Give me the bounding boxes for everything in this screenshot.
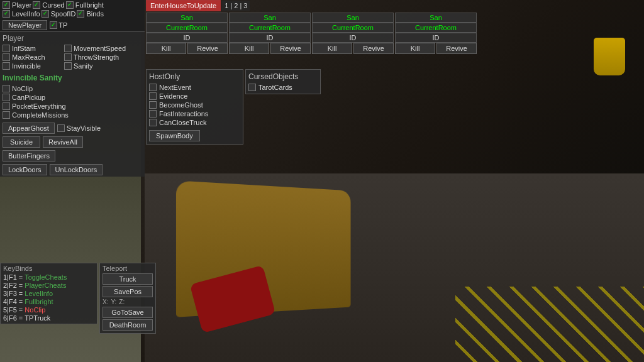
player-col-1: San CurrentRoom ID Kill Revive [146,13,228,54]
players-panel: EnterHouseToUpdate 1 | 2 | 3 San Current… [146,0,477,54]
player-id-2: ID [229,33,311,43]
revive-all-button[interactable]: ReviveAll [43,136,83,148]
player-room-3: CurrentRoom [312,23,394,33]
throwstrength-checkbox[interactable] [64,53,72,61]
binds-checkbox[interactable] [77,10,84,18]
pocketeverything-checkbox[interactable] [3,102,10,110]
fullbright-checkbox-item: Fullbright [66,1,104,9]
tp-checkbox[interactable] [50,21,57,29]
spoofid-label: SpoofID [51,10,76,18]
maxreach-option: MaxReach [3,53,59,61]
options-row-3: Invincible Sanity [3,62,142,70]
stayvisible-label: StayVisible [67,124,101,132]
evidence-checkbox[interactable] [149,92,157,100]
evidence-option: Evidence [149,92,240,100]
invincible-sanity-status: Invincible Sanity [0,72,145,84]
player-name-2: San [229,13,311,23]
left-panel: Player Cursed Fullbright LevelInfo Spoof… [0,0,145,177]
player-id-3: ID [312,33,394,43]
tarotcards-checkbox[interactable] [248,84,256,91]
revive-button-2[interactable]: Revive [270,43,311,54]
canpickup-checkbox[interactable] [3,94,10,101]
revive-button-4[interactable]: Revive [436,43,477,54]
player-name-3: San [312,13,394,23]
canclosetruck-label: CanCloseTruck [159,119,206,126]
nextevent-checkbox[interactable] [149,84,157,91]
infstam-checkbox[interactable] [3,45,10,52]
becomeghost-checkbox[interactable] [149,101,157,109]
nextevent-option: NextEvent [149,84,240,91]
butter-fingers-button[interactable]: ButterFingers [3,150,55,162]
lock-doors-button[interactable]: LockDoors [3,164,47,175]
fullbright-checkbox[interactable] [66,1,74,9]
invincible-label: Invincible [12,62,41,70]
kill-button-1[interactable]: Kill [146,43,186,54]
kill-button-4[interactable]: Kill [395,43,435,54]
evidence-label: Evidence [159,92,187,100]
options-row-4: NoClip [3,85,142,92]
host-only-panel: HostOnly NextEvent Evidence BecomeGhost … [146,69,243,145]
player-id-1: ID [146,33,228,43]
butter-fingers-row: ButterFingers [0,149,145,163]
kill-revive-1: Kill Revive [146,43,228,54]
player-options: InfStam MovementSpeed MaxReach ThrowStre… [0,43,145,72]
canclosetruck-option: CanCloseTruck [149,119,240,126]
spoofid-checkbox[interactable] [42,10,49,18]
tp-label: TP [58,21,67,29]
noclip-label: NoClip [12,85,33,92]
infstam-label: InfStam [12,45,36,52]
player-name-1: San [146,13,228,23]
sanity-checkbox[interactable] [64,62,72,70]
spawn-body-button[interactable]: SpawnBody [149,130,200,141]
canpickup-label: CanPickup [12,94,45,101]
new-player-button[interactable]: NewPlayer [3,20,47,30]
movementspeed-checkbox[interactable] [64,45,72,52]
canclosetruck-checkbox[interactable] [149,119,157,126]
binds-checkbox-item: Binds [77,10,104,18]
throwstrength-label: ThrowStrength [74,53,119,61]
suicide-button[interactable]: Suicide [3,136,40,148]
top-bar: Player Cursed Fullbright LevelInfo Spoof… [0,0,145,32]
levelinfo-checkbox[interactable] [3,10,10,18]
fastinteractions-option: FastInteractions [149,110,240,118]
player-room-4: CurrentRoom [395,23,477,33]
tarotcards-label: TarotCards [258,84,292,91]
kill-button-3[interactable]: Kill [312,43,352,54]
nextevent-label: NextEvent [159,84,191,91]
revive-button-1[interactable]: Revive [187,43,228,54]
appear-ghost-button[interactable]: AppearGhost [3,123,55,134]
cursed-checkbox-item: Cursed [33,1,64,9]
player-checkbox-item: Player [3,1,31,9]
player-room-2: CurrentRoom [229,23,311,33]
fastinteractions-checkbox[interactable] [149,110,157,118]
invincible-checkbox[interactable] [3,62,10,70]
options-row-2: MaxReach ThrowStrength [3,53,142,61]
stayvisible-checkbox[interactable] [57,124,65,132]
cursed-checkbox[interactable] [33,1,40,9]
unlock-doors-button[interactable]: UnLockDoors [50,164,103,175]
completemissions-option: CompleteMissions [3,111,69,119]
throwstrength-option: ThrowStrength [64,53,121,61]
lock-doors-row: LockDoors UnLockDoors [0,163,145,177]
cursed-objects-panel: CursedObjects TarotCards [245,69,321,94]
completemissions-label: CompleteMissions [12,111,69,119]
player-checkbox[interactable] [3,1,10,9]
enter-house-button[interactable]: EnterHouseToUpdate [146,0,221,11]
infstam-option: InfStam [3,45,59,52]
becomeghost-label: BecomeGhost [159,101,203,109]
kill-button-2[interactable]: Kill [229,43,269,54]
maxreach-checkbox[interactable] [3,53,10,61]
kill-revive-2: Kill Revive [229,43,311,54]
player-id-4: ID [395,33,477,43]
player-label: Player [12,1,31,9]
noclip-checkbox[interactable] [3,85,10,92]
levelinfo-label: LevelInfo [12,10,40,18]
player-name-4: San [395,13,477,23]
stayvisible-option: StayVisible [57,123,114,134]
revive-button-3[interactable]: Revive [353,43,394,54]
fullbright-label: Fullbright [75,1,104,9]
completemissions-checkbox[interactable] [3,111,10,119]
host-only-title: HostOnly [149,72,240,81]
enter-house-bar: EnterHouseToUpdate 1 | 2 | 3 [146,0,477,11]
levelinfo-checkbox-item: LevelInfo [3,10,40,18]
